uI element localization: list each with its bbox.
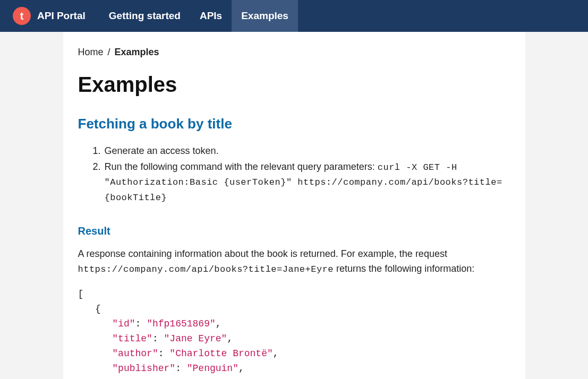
navbar: t API Portal Getting started APIs Exampl… (0, 0, 588, 32)
result-para: A response containing information about … (78, 247, 510, 277)
result-para-a: A response containing information about … (78, 248, 447, 259)
nav-apis[interactable]: APIs (190, 0, 232, 32)
breadcrumb-sep: / (108, 47, 110, 57)
nav-getting-started[interactable]: Getting started (99, 0, 190, 32)
json-id-key: "id" (112, 318, 135, 329)
nav-examples[interactable]: Examples (232, 0, 298, 32)
logo-icon: t (13, 7, 31, 25)
breadcrumb-current: Examples (115, 47, 159, 57)
result-title: Result (78, 225, 510, 237)
json-title-val: "Jane Eyre" (164, 333, 227, 344)
brand-label: API Portal (37, 10, 86, 22)
json-author-val: "Charlotte Brontë" (169, 348, 272, 359)
step-1: Generate an access token. (104, 144, 510, 159)
json-block: [ { "id": "hfp1651869", "title": "Jane E… (78, 287, 510, 379)
json-publisher-key: "publisher" (112, 363, 175, 374)
page-title: Examples (78, 73, 510, 97)
json-id-val: "hfp1651869" (147, 318, 216, 329)
result-para-b: returns the following information: (334, 263, 474, 274)
json-publisher-val: "Penguin" (187, 363, 238, 374)
brand-block[interactable]: t API Portal (6, 7, 92, 25)
steps-list: Generate an access token. Run the follow… (78, 144, 510, 205)
step-2: Run the following command with the relev… (104, 160, 510, 205)
breadcrumb: Home / Examples (78, 47, 510, 58)
page-container: Home / Examples Examples Fetching a book… (63, 32, 525, 379)
step-2-text: Run the following command with the relev… (105, 161, 378, 172)
json-author-key: "author" (112, 348, 158, 359)
breadcrumb-home[interactable]: Home (78, 47, 104, 57)
json-title-key: "title" (112, 333, 152, 344)
result-para-code: https://company.com/api/books?title=Jane… (78, 264, 334, 274)
section-title: Fetching a book by title (78, 116, 510, 132)
